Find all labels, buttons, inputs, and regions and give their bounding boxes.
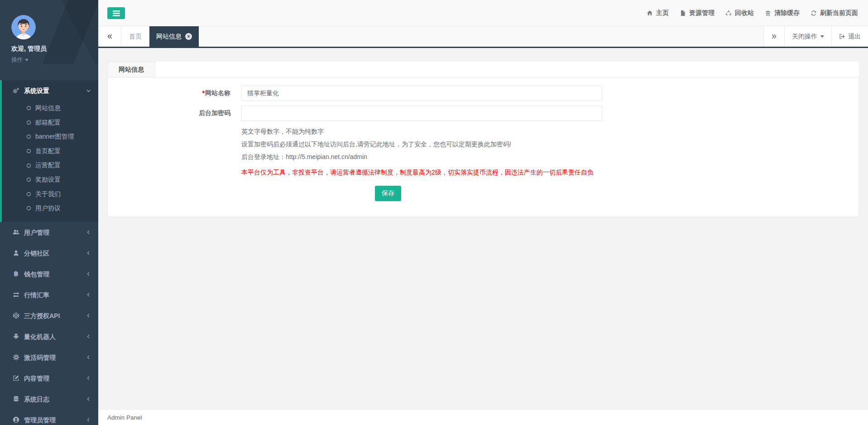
- trash-icon: [765, 10, 771, 16]
- sidebar-item-link[interactable]: 量化机器人: [0, 326, 98, 347]
- sidebar-item-link[interactable]: 行情汇率: [0, 285, 98, 305]
- sidebar-subitem-label: 首页配置: [35, 147, 61, 155]
- sidebar-item: 激活码管理: [0, 347, 98, 368]
- save-button[interactable]: 保存: [375, 186, 401, 201]
- sidebar-subitem[interactable]: 首页配置: [2, 144, 98, 159]
- panel-tab-label: 网站信息: [119, 66, 144, 74]
- sidebar-item-label: 分销社区: [24, 249, 49, 257]
- sidebar-item-link[interactable]: 系统设置: [2, 80, 98, 101]
- sidebar-subitem[interactable]: 关于我们: [2, 187, 98, 202]
- quick-link[interactable]: 回收站: [725, 9, 754, 17]
- panel-tab-site-info[interactable]: 网站信息: [107, 62, 155, 77]
- sidebar-subitem[interactable]: 用户协议: [2, 201, 98, 216]
- circle-o-icon: [26, 106, 31, 111]
- tab-close-icon[interactable]: ×: [185, 33, 192, 40]
- circle-o-icon: [26, 149, 31, 154]
- sidebar-subitem[interactable]: 奖励设置: [2, 173, 98, 187]
- sidebar-item: ฿钱包管理: [0, 264, 98, 285]
- page-tab[interactable]: 网站信息×: [149, 26, 199, 47]
- sidebar-item-label: 系统设置: [24, 87, 49, 95]
- chevron-left-icon: [86, 355, 91, 360]
- chevron-left-icon: [86, 292, 91, 297]
- android-icon: [12, 333, 20, 340]
- chevron-left-icon: [86, 396, 91, 401]
- sidebar-item-link[interactable]: 用户管理: [0, 222, 98, 243]
- sidebar-subitem-label: 网站信息: [35, 104, 61, 112]
- footer-text: Admin Panel: [107, 414, 142, 421]
- quick-link-label: 回收站: [735, 9, 754, 17]
- user-circle-icon: [12, 416, 20, 423]
- close-operations-dropdown[interactable]: 关闭操作: [784, 26, 831, 47]
- help-lines: 英文字母数字，不能为纯数字设置加密码后必须通过以下地址访问后台,请劳记此地址，为…: [241, 127, 858, 161]
- quick-link-label: 资源管理: [689, 9, 715, 17]
- circle-o-icon: [26, 192, 31, 197]
- sidebar-item-link[interactable]: 分销社区: [0, 243, 98, 264]
- hamburger-icon: [113, 10, 120, 16]
- sidebar-subitem-label: 关于我们: [35, 190, 61, 198]
- sidebar-item-link[interactable]: 三方授权API: [0, 305, 98, 326]
- caret-down-icon: [25, 59, 29, 61]
- sidebar-item-link[interactable]: 内容管理: [0, 368, 98, 389]
- circle-o-icon: [26, 163, 31, 168]
- page-tab-label: 首页: [129, 33, 142, 41]
- quick-link[interactable]: 清除缓存: [765, 9, 800, 17]
- sidebar-item-link[interactable]: 激活码管理: [0, 347, 98, 368]
- sidebar-item: 量化机器人: [0, 326, 98, 347]
- circle-o-icon: [26, 206, 31, 211]
- quick-link[interactable]: 刷新当前页面: [810, 9, 858, 17]
- sidebar-item: 行情汇率: [0, 285, 98, 305]
- sidebar-subitem-label: 用户协议: [35, 204, 61, 212]
- backend-password-label: 后台加密码: [108, 106, 241, 121]
- sidebar-item-label: 钱包管理: [24, 270, 49, 278]
- logout-label: 退出: [848, 33, 861, 41]
- profile-action-dropdown[interactable]: 操作: [11, 56, 29, 64]
- sidebar-subitem-label: banner图管理: [35, 133, 74, 141]
- page-tab-label: 网站信息: [156, 33, 182, 41]
- circle-o-icon: [26, 177, 31, 182]
- sidebar-item-link[interactable]: 系统日志: [0, 389, 98, 410]
- site-name-input[interactable]: [241, 86, 602, 101]
- sidebar-menu: 系统设置网站信息邮箱配置banner图管理首页配置运营配置奖励设置关于我们用户协…: [0, 80, 98, 425]
- quick-link-label: 清除缓存: [774, 9, 800, 17]
- topbar: 主页资源管理回收站清除缓存刷新当前页面: [98, 0, 868, 26]
- page-footer: Admin Panel: [98, 409, 868, 425]
- home-icon: [647, 10, 653, 16]
- gear-icon: [12, 354, 20, 361]
- sidebar-subitem[interactable]: 邮箱配置: [2, 116, 98, 130]
- profile-action-label: 操作: [11, 56, 23, 64]
- backend-password-input[interactable]: [241, 106, 602, 121]
- quick-link[interactable]: 资源管理: [680, 9, 715, 17]
- close-operations-label: 关闭操作: [792, 33, 817, 41]
- sidebar: 欢迎, 管理员 操作 系统设置网站信息邮箱配置banner图管理首页配置运营配置…: [0, 0, 98, 425]
- sidebar-item: 分销社区: [0, 243, 98, 264]
- site-name-label: *网站名称: [108, 86, 241, 101]
- sidebar-item-label: 用户管理: [24, 228, 49, 237]
- sidebar-subitem[interactable]: banner图管理: [2, 130, 98, 144]
- sidebar-item-link[interactable]: ฿钱包管理: [0, 264, 98, 285]
- form-rows: *网站名称后台加密码: [108, 86, 858, 121]
- sidebar-submenu: 网站信息邮箱配置banner图管理首页配置运营配置奖励设置关于我们用户协议: [2, 101, 98, 222]
- help-line: 后台登录地址：http://5.meipian.net.cn/admin: [241, 153, 858, 161]
- sidebar-subitem[interactable]: 网站信息: [2, 101, 98, 116]
- chevron-left-icon: [86, 271, 91, 276]
- sidebar-toggle-button[interactable]: [107, 7, 125, 19]
- tab-strip: 首页网站信息×: [121, 26, 199, 47]
- codepen-icon: [12, 312, 20, 319]
- logout-button[interactable]: 退出: [831, 26, 868, 47]
- quick-link[interactable]: 主页: [647, 9, 669, 17]
- tab-scroll-left-button[interactable]: [98, 26, 121, 47]
- sidebar-subitem-label: 奖励设置: [35, 176, 61, 184]
- page-tab[interactable]: 首页: [121, 26, 149, 47]
- chevron-left-icon: [86, 376, 91, 381]
- sidebar-item-label: 量化机器人: [24, 333, 56, 341]
- sidebar-item-label: 管理员管理: [24, 416, 56, 424]
- tab-scroll-right-button[interactable]: [763, 26, 784, 47]
- tabbar-right-controls: 关闭操作 退出: [763, 26, 868, 47]
- chevron-left-icon: [86, 334, 91, 339]
- topbar-quick-links: 主页资源管理回收站清除缓存刷新当前页面: [647, 0, 858, 26]
- sidebar-subitem-label: 运营配置: [35, 161, 61, 169]
- sidebar-subitem[interactable]: 运营配置: [2, 158, 98, 173]
- welcome-text: 欢迎, 管理员: [11, 45, 89, 53]
- sidebar-item-link[interactable]: 管理员管理: [0, 410, 98, 425]
- user-icon: [12, 250, 20, 256]
